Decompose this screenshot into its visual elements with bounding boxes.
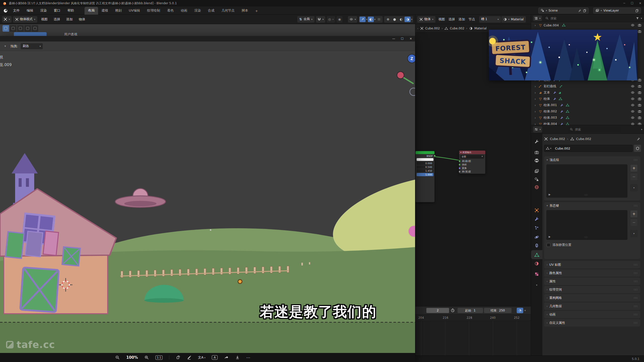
tab-constraints-icon[interactable] (534, 242, 540, 249)
rest-position-checkbox[interactable] (547, 243, 550, 247)
outliner-type-button[interactable]: ▾ (533, 16, 542, 21)
bsdf-value-field[interactable]: 0.500 (417, 165, 433, 169)
render-camera-icon[interactable] (638, 78, 641, 82)
select-mode-subtract-icon[interactable] (17, 25, 24, 32)
list-resize-grip-icon[interactable]: ∷∷ (584, 194, 588, 196)
overlays-toggle[interactable]: ◐ (368, 17, 374, 22)
custom-properties-panel[interactable]: ›自定义属性∷∷ (544, 319, 640, 327)
tab-uv[interactable]: UV编辑 (125, 7, 143, 15)
keying-dropdown-icon[interactable]: ▾ (525, 309, 526, 312)
floating-viewport[interactable]: Z 用户透视 (1) Collection | 平面.009 若迷是教了我们的 … (0, 51, 415, 353)
node-menu-add[interactable]: 添加 (457, 16, 467, 22)
frame-start-field[interactable]: 起始1 (457, 308, 483, 313)
rest-position-label[interactable]: 添加静置位置 (552, 243, 571, 247)
tab-material-icon[interactable] (534, 260, 540, 267)
render-camera-icon[interactable] (638, 103, 641, 107)
tab-geonodes[interactable]: 几何节点 (218, 7, 238, 15)
overlays-dropdown-icon[interactable]: ▾ (374, 18, 376, 21)
tab-add-workspace[interactable]: + (252, 8, 261, 15)
floating-window[interactable]: — ☐ ✕ ▾ 拖拽: 刷选▾ (0, 36, 415, 362)
tab-render-icon[interactable] (534, 149, 540, 156)
falloff-button[interactable]: ◉ (337, 16, 342, 23)
color-attributes-panel[interactable]: ›颜色属性∷∷ (544, 269, 640, 277)
tab-modeling[interactable]: 建模 (98, 7, 112, 15)
gizmos-toggle[interactable]: ↗ (359, 17, 366, 22)
panel-expand-icon[interactable]: ▾ (547, 204, 548, 207)
breadcrumb-object[interactable]: Cube.002 (550, 137, 565, 141)
output-target-dropdown[interactable]: 全部▾ (460, 155, 484, 159)
visibility-dropdown[interactable]: ▾ (348, 16, 357, 23)
panel-expand-icon[interactable]: › (547, 272, 548, 274)
output-node-header[interactable]: ▾材质输出 (459, 151, 485, 154)
bsdf-color-swatch[interactable] (417, 158, 433, 161)
tab-layout[interactable]: 布局 (85, 7, 98, 15)
thickness-socket[interactable] (459, 171, 461, 173)
render-camera-icon[interactable] (638, 110, 641, 113)
menu-render[interactable]: 渲染 (37, 7, 50, 14)
properties-search[interactable] (568, 127, 621, 132)
shader-type-selector[interactable]: 物体▾ (417, 16, 435, 23)
close-icon[interactable]: ✕ (639, 2, 641, 5)
tab-rendering[interactable]: 渲染 (191, 7, 204, 15)
tab-texpaint[interactable]: 纹理绘制 (143, 7, 164, 15)
outliner-row[interactable]: ›a 文本 a (531, 89, 644, 96)
outliner-row[interactable]: ›▽ 柱体.002 (531, 108, 644, 114)
snap-toggle[interactable]: ▾ (316, 16, 325, 23)
render-camera-icon[interactable] (638, 23, 641, 27)
maximize-icon[interactable]: ☐ (631, 2, 633, 5)
hide-eye-icon[interactable] (631, 90, 635, 95)
breadcrumb-material[interactable]: Material (474, 27, 487, 30)
menu-edit[interactable]: 编辑 (24, 7, 36, 14)
expand-icon[interactable]: › (535, 91, 537, 95)
mode-selector[interactable]: 物体模式▾ (13, 16, 37, 23)
outliner-row[interactable]: ›▽ 柱体.004 (531, 121, 644, 125)
uv-maps-panel[interactable]: ›UV 贴图∷∷ (544, 261, 640, 268)
expand-icon[interactable]: › (535, 97, 537, 101)
fake-user-shield-button[interactable] (634, 145, 641, 152)
more-options-icon[interactable]: ⋯ (246, 355, 251, 360)
panel-expand-icon[interactable]: › (547, 280, 548, 283)
shading-wireframe-icon[interactable]: ⊕ (385, 17, 391, 22)
properties-type-button[interactable]: ▾ (533, 126, 542, 132)
shading-dropdown-icon[interactable]: ▾ (411, 18, 412, 21)
hide-eye-icon[interactable] (631, 84, 635, 88)
fw-maximize-icon[interactable]: ☐ (398, 36, 407, 41)
list-expand-icon[interactable]: ▶ (549, 235, 551, 238)
render-camera-icon[interactable] (638, 116, 641, 120)
properties-editor[interactable]: ▾ ▾ ▾ (531, 125, 644, 355)
zoom-level[interactable]: 100% (126, 355, 138, 360)
rotate-icon[interactable] (176, 355, 180, 360)
outliner-search[interactable] (543, 16, 634, 21)
breadcrumb-object[interactable]: Cube.002 (425, 27, 440, 30)
menu-file[interactable]: 文件 (10, 7, 23, 14)
material-selector[interactable]: ▾Material (501, 16, 526, 23)
vertex-groups-list[interactable]: ▶ ∷∷ (546, 164, 627, 198)
node-menu-select[interactable]: 选择 (447, 16, 457, 22)
editor-type-button[interactable]: ▾ (2, 16, 12, 23)
vertex-groups-title[interactable]: 顶点组 (550, 158, 559, 162)
expand-icon[interactable]: › (535, 23, 537, 27)
tab-tool-icon[interactable] (534, 139, 540, 145)
window-titlebar[interactable]: 森林小屋bbb [E:\个人文档\blender\blender 风格化专辑特训… (0, 0, 644, 7)
expand-icon[interactable]: › (535, 103, 537, 107)
viewlayer-selector[interactable]: ▾ ViewLayer (593, 8, 641, 14)
proportional-edit-toggle[interactable]: ◎▾ (327, 16, 335, 23)
hide-eye-icon[interactable] (631, 116, 635, 120)
hide-eye-icon[interactable] (631, 97, 635, 101)
zoom-in-icon[interactable] (144, 355, 149, 360)
drag-tool-selector[interactable]: 刷选▾ (21, 43, 43, 49)
tab-particles-icon[interactable] (534, 225, 540, 231)
panel-expand-icon[interactable]: ▾ (547, 159, 548, 161)
current-frame-field[interactable]: 2 (426, 308, 449, 313)
select-mode-new-icon[interactable] (3, 25, 9, 32)
fw-close-icon[interactable]: ✕ (407, 36, 415, 41)
panel-expand-icon[interactable]: › (547, 305, 548, 307)
menu-help[interactable]: 帮助 (64, 7, 77, 14)
pin-icon[interactable] (636, 137, 640, 141)
outliner-row[interactable]: ›▽ 柱体.003 (531, 115, 644, 121)
render-camera-icon[interactable] (638, 91, 641, 95)
outliner-options-icon[interactable]: ▾ (641, 17, 642, 20)
breadcrumb-data[interactable]: Cube.002 (576, 137, 591, 141)
viewport-menu-select[interactable]: 选择 (51, 16, 62, 22)
list-expand-icon[interactable]: ▶ (549, 193, 551, 196)
